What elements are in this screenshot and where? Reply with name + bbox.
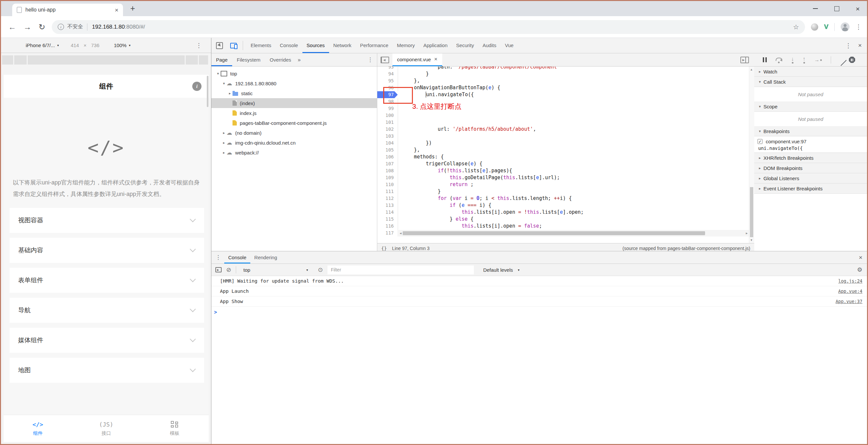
bookmark-star-icon[interactable]: ☆ [793,23,799,31]
tab-api[interactable]: (JS) 接口 [72,415,140,442]
tree-item-webpack[interactable]: ▸ ☁ webpack:// [211,147,377,158]
tree-item-indexjs[interactable]: index.js [211,108,377,118]
scrollbar-thumb[interactable] [750,187,753,237]
page-scrollbar[interactable] [207,76,209,107]
vue-devtools-icon[interactable]: V [824,23,829,31]
tab-application[interactable]: Application [419,38,452,53]
media-query-segment[interactable] [186,55,198,65]
tab-elements[interactable]: Elements [246,38,276,53]
section-global-listeners[interactable]: ▸Global Listeners [754,173,867,183]
devtools-menu-icon[interactable]: ⋮ [845,42,851,49]
media-query-segment[interactable] [28,55,185,65]
collapse-navigator-icon[interactable]: ◀ [380,57,389,63]
line-number[interactable]: 105 [377,146,398,153]
section-dom-breakpoints[interactable]: ▸DOM Breakpoints [754,163,867,173]
line-number[interactable]: 117 [377,230,398,237]
scroll-up-icon[interactable]: ▲ [750,68,753,71]
device-toolbar-menu-icon[interactable]: ⋮ [196,42,202,49]
navigator-menu-icon[interactable]: ⋮ [367,56,373,63]
forward-icon[interactable]: → [23,23,31,32]
inspect-element-icon[interactable] [216,42,223,49]
tab-sources[interactable]: Sources [302,38,329,53]
line-number[interactable]: 104 [377,140,398,146]
expand-icon[interactable]: ▾ [215,71,221,76]
source-link[interactable]: App.vue:4 [838,288,862,294]
line-number[interactable]: 112 [377,195,398,202]
reload-icon[interactable]: ↻ [39,23,45,32]
console-settings-icon[interactable]: ⚙ [857,266,862,273]
tab-audits[interactable]: Audits [478,38,501,53]
drawer-menu-icon[interactable]: ⋮ [215,254,221,261]
line-number[interactable]: 114 [377,209,398,216]
tree-item-pages-tabbar[interactable]: pages-tabBar-component-component.js [211,118,377,128]
tab-performance[interactable]: Performance [356,38,393,53]
device-toolbar-toggle-icon[interactable] [230,43,237,48]
tab-memory[interactable]: Memory [393,38,419,53]
media-query-segment[interactable] [14,55,27,65]
address-bar[interactable]: i 不安全 192.168.1.80:8080/#/ ☆ [52,20,805,34]
tree-item-static[interactable]: ▸ static [211,88,377,98]
tab-console[interactable]: Console [276,38,302,53]
vertical-scrollbar[interactable]: ▲ ▼ [749,67,754,243]
tab-template[interactable]: 模板 [141,415,209,442]
console-message[interactable]: App Launch App.vue:4 [211,286,867,297]
line-number[interactable]: 115 [377,216,398,222]
line-number[interactable]: 110 [377,181,398,188]
collapse-icon[interactable]: ▸ [221,150,226,155]
filter-input[interactable] [328,266,474,274]
tab-vue[interactable]: Vue [501,38,518,53]
info-icon[interactable]: i [58,24,64,30]
editor-tab-component-vue[interactable]: component.vue × [393,54,442,66]
line-number[interactable]: 107 [377,161,398,167]
line-number[interactable]: 100 [377,112,398,119]
pause-script-icon[interactable] [763,57,767,62]
tab-rendering[interactable]: Rendering [250,251,281,264]
tree-item-host[interactable]: ▾ ☁ 192.168.1.80:8080 [211,78,377,88]
collapse-debugger-icon[interactable]: ▶ [740,57,749,63]
step-into-icon[interactable]: ↓ [791,56,794,64]
step-icon[interactable]: → [814,57,822,63]
console-message[interactable]: App Show App.vue:37 [211,297,867,307]
collapse-icon[interactable]: ▸ [221,131,226,135]
browser-menu-icon[interactable]: ⋮ [856,23,862,31]
section-map[interactable]: 地图 [9,358,204,383]
close-window-icon[interactable]: × [856,5,860,12]
section-view-container[interactable]: 视图容器 [9,208,204,233]
log-levels-select[interactable]: Default levels▾ [483,267,519,273]
line-number[interactable]: 99 [377,105,398,112]
section-event-listener-breakpoints[interactable]: ▸Event Listener Breakpoints [754,183,867,194]
section-navigation[interactable]: 导航 [9,298,204,323]
collapse-icon[interactable]: ▸ [221,141,226,145]
devtools-close-icon[interactable]: × [858,42,862,49]
console-message[interactable]: [HMR] Waiting for update signal from WDS… [211,276,867,286]
tree-item-top[interactable]: ▾ top [211,69,377,78]
more-tabs-icon[interactable]: » [296,57,303,63]
line-number[interactable]: 95 [377,77,398,84]
step-over-icon[interactable] [776,58,782,61]
section-form-components[interactable]: 表单组件 [9,268,204,293]
section-breakpoints[interactable]: ▾Breakpoints [754,126,867,136]
device-select[interactable]: iPhone 6/7/... [26,42,55,48]
section-call-stack[interactable]: ▾Call Stack [754,77,867,87]
scrollbar-thumb[interactable] [403,231,705,235]
pretty-print-icon[interactable]: {} [381,246,387,251]
line-number[interactable]: 103 [377,133,398,140]
url-text[interactable]: 192.168.1.80:8080/#/ [92,24,793,30]
media-query-bar[interactable] [2,55,208,65]
tab-overrides[interactable]: Overrides [265,54,296,66]
breakpoint-code[interactable]: uni.navigateTo({ [757,146,867,151]
line-number[interactable]: 108 [377,167,398,174]
section-media-components[interactable]: 媒体组件 [9,328,204,353]
tree-item-no-domain[interactable]: ▸ ☁ (no domain) [211,128,377,138]
tab-components[interactable]: </> 组件 [4,415,72,442]
section-scope[interactable]: ▾Scope [754,101,867,112]
pause-on-exceptions-icon[interactable] [849,57,855,63]
expand-icon[interactable]: ▾ [221,81,226,85]
breakpoint-entry[interactable]: ✓ component.vue:97 uni.navigateTo({ [754,136,867,153]
tab-console-drawer[interactable]: Console [224,251,250,264]
tree-item-index[interactable]: (index) [211,98,377,108]
line-number[interactable]: 106 [377,153,398,161]
scroll-down-icon[interactable]: ▼ [750,238,753,242]
back-icon[interactable]: ← [8,23,16,32]
breakpoint-location[interactable]: component.vue:97 [766,139,806,144]
